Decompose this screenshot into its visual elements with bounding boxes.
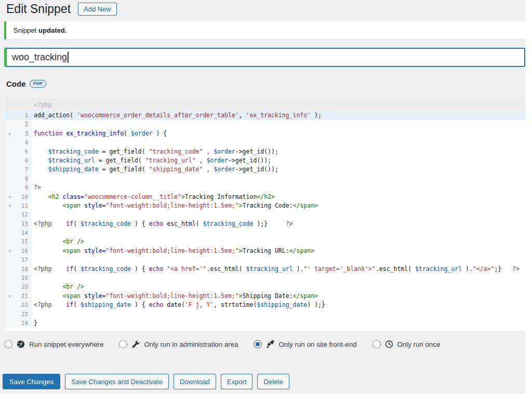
code-text[interactable]: <br />: [32, 282, 525, 291]
fold-arrow-icon[interactable]: ▾: [5, 201, 14, 210]
code-text[interactable]: [32, 210, 525, 219]
line-number: 13: [14, 220, 32, 228]
scope-option[interactable]: Only run once: [373, 339, 441, 349]
line-number: 23: [14, 310, 32, 319]
radio-unselected[interactable]: [4, 340, 12, 348]
code-text[interactable]: [32, 228, 525, 237]
code-line[interactable]: 14: [5, 228, 525, 237]
line-number: 3: [14, 129, 32, 138]
notice-text-bold: updated.: [38, 26, 66, 34]
fold-gutter: [5, 220, 14, 228]
scope-options: Run snippet everywhereOnly run in admini…: [4, 339, 440, 349]
code-text[interactable]: <?php if( $tracking_code ) { echo esc_ht…: [32, 220, 525, 228]
line-number: 1: [14, 111, 32, 120]
code-line[interactable]: 23: [5, 310, 525, 319]
code-text[interactable]: <?php if( $tracking_code ) { echo "<a hr…: [32, 265, 525, 274]
fold-gutter: [5, 147, 14, 156]
code-line[interactable]: 12: [5, 210, 525, 219]
code-line[interactable]: 8: [5, 174, 525, 183]
fold-arrow-icon[interactable]: ▾: [5, 292, 14, 301]
line-number: 5: [14, 147, 32, 156]
text-cursor: [68, 52, 69, 63]
radio-selected[interactable]: [254, 340, 262, 348]
code-line[interactable]: 19: [5, 274, 525, 282]
php-type-badge: PHP: [30, 80, 47, 88]
fold-gutter: [5, 174, 14, 183]
code-line[interactable]: 4: [5, 138, 525, 147]
radio-unselected[interactable]: [373, 340, 381, 348]
code-line[interactable]: 18<?php if( $tracking_code ) { echo "<a …: [5, 265, 525, 274]
save-changes-button[interactable]: Save Changes: [3, 374, 60, 389]
page-header: Edit Snippet Add New: [6, 2, 117, 16]
code-text[interactable]: ?>: [32, 183, 525, 192]
code-text[interactable]: add_action( 'woocommerce_order_details_a…: [32, 111, 525, 120]
code-line[interactable]: 9?>: [5, 183, 525, 192]
fold-gutter: [5, 98, 14, 111]
line-number: [14, 98, 32, 111]
code-section-header: Code PHP: [6, 79, 46, 88]
page-title: Edit Snippet: [6, 2, 71, 16]
code-line[interactable]: ▾16 <span style="font-weight:bold;line-h…: [5, 247, 525, 255]
code-line[interactable]: 13<?php if( $tracking_code ) { echo esc_…: [5, 220, 525, 228]
code-text[interactable]: [32, 310, 525, 319]
code-text[interactable]: $tracking_code = get_field( "tracking_co…: [32, 147, 525, 156]
code-line[interactable]: 17: [5, 255, 525, 264]
code-text[interactable]: [32, 274, 525, 282]
code-text[interactable]: <span style="font-weight:bold;line-heigh…: [32, 247, 525, 255]
code-editor[interactable]: <?php1add_action( 'woocommerce_order_det…: [5, 98, 525, 331]
snippet-title-input[interactable]: woo_tracking: [4, 48, 525, 67]
code-text[interactable]: <h2 class="woocommerce-column__title">Tr…: [32, 193, 525, 201]
line-number: 21: [14, 292, 32, 301]
save-changes-and-deactivate-button[interactable]: Save Changes and Deactivate: [65, 374, 169, 389]
code-line[interactable]: 1add_action( 'woocommerce_order_details_…: [5, 111, 525, 120]
code-line[interactable]: 5 $tracking_code = get_field( "tracking_…: [5, 147, 525, 156]
code-line[interactable]: 20 <br />: [5, 282, 525, 291]
line-number: 8: [14, 174, 32, 183]
scope-option[interactable]: Run snippet everywhere: [4, 339, 103, 349]
clock-icon: [384, 339, 394, 349]
code-text[interactable]: [32, 138, 525, 147]
scope-option-label: Only run in administration area: [144, 341, 238, 348]
code-line[interactable]: 7 $shipping_date = get_field( "shipping_…: [5, 165, 525, 174]
export-button[interactable]: Export: [221, 374, 253, 389]
code-text[interactable]: <span style="font-weight:bold;line-heigh…: [32, 292, 525, 301]
delete-button[interactable]: Delete: [257, 374, 289, 389]
code-line[interactable]: ▾10 <h2 class="woocommerce-column__title…: [5, 193, 525, 201]
line-number: 22: [14, 301, 32, 309]
code-text[interactable]: <span style="font-weight:bold;line-heigh…: [32, 201, 525, 210]
fold-gutter: [5, 228, 14, 237]
code-line[interactable]: 15 <br />: [5, 237, 525, 246]
code-label: Code: [6, 79, 26, 88]
code-line[interactable]: ▾3function ex_tracking_info( $order ) {: [5, 129, 525, 138]
code-text[interactable]: <br />: [32, 237, 525, 246]
code-line[interactable]: ▾21 <span style="font-weight:bold;line-h…: [5, 292, 525, 301]
code-text[interactable]: [32, 174, 525, 183]
code-text[interactable]: [32, 120, 525, 129]
code-text[interactable]: }: [32, 319, 525, 328]
fold-gutter: [5, 120, 14, 129]
code-text[interactable]: [32, 255, 525, 264]
fold-gutter: [5, 111, 14, 120]
code-line[interactable]: 6 $tracking_url = get_field( "tracking_u…: [5, 156, 525, 165]
code-line[interactable]: ▾11 <span style="font-weight:bold;line-h…: [5, 201, 525, 210]
code-text[interactable]: <?php if( $shipping_date ) { echo date('…: [32, 301, 525, 309]
scope-option-label: Only run once: [397, 341, 441, 348]
fold-arrow-icon[interactable]: ▾: [5, 129, 14, 138]
code-text[interactable]: function ex_tracking_info( $order ) {: [32, 129, 525, 138]
scope-option[interactable]: Only run in administration area: [119, 339, 238, 349]
code-text[interactable]: $shipping_date = get_field( "shipping_da…: [32, 165, 525, 174]
code-text[interactable]: $tracking_url = get_field( "tracking_url…: [32, 156, 525, 165]
code-text: <?php: [32, 98, 525, 111]
add-new-button[interactable]: Add New: [78, 3, 117, 16]
fold-gutter: [5, 237, 14, 246]
radio-unselected[interactable]: [119, 340, 127, 348]
fold-arrow-icon[interactable]: ▾: [5, 193, 14, 201]
code-line[interactable]: 24}: [5, 319, 525, 328]
scope-option[interactable]: Only run on site front-end: [254, 339, 356, 349]
download-button[interactable]: Download: [174, 374, 216, 389]
fold-gutter: [5, 255, 14, 264]
fold-arrow-icon[interactable]: ▾: [5, 247, 14, 255]
line-number: 17: [14, 255, 32, 264]
code-line[interactable]: 2: [5, 120, 525, 129]
code-line[interactable]: 22<?php if( $shipping_date ) { echo date…: [5, 301, 525, 309]
